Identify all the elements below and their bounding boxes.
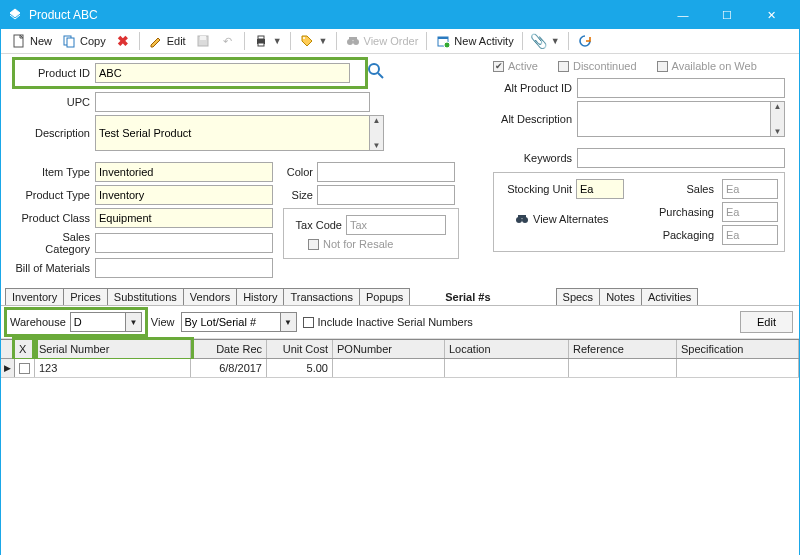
upc-input[interactable] xyxy=(95,92,370,112)
tab-prices[interactable]: Prices xyxy=(63,288,108,305)
not-for-resale-checkbox[interactable]: Not for Resale xyxy=(308,238,393,250)
save-button[interactable] xyxy=(191,31,215,51)
description-scroll[interactable]: ▲▼ xyxy=(370,115,384,151)
table-row[interactable]: ▶ 123 6/8/2017 5.00 xyxy=(1,359,799,378)
form-area: Product ID UPC Description ▲▼ Item Typ xyxy=(1,54,799,283)
view-order-button[interactable]: View Order xyxy=(341,31,423,51)
lookup-button[interactable] xyxy=(367,62,385,82)
view-alternates-button[interactable]: View Alternates xyxy=(510,209,613,229)
tab-popups[interactable]: Popups xyxy=(359,288,410,305)
discontinued-checkbox[interactable]: Discontinued xyxy=(558,60,637,72)
packaging-unit-input[interactable] xyxy=(722,225,778,245)
cell-po[interactable] xyxy=(333,359,445,377)
col-specification[interactable]: Specification xyxy=(677,340,799,358)
stocking-unit-input[interactable] xyxy=(576,179,624,199)
purchasing-unit-label: Purchasing xyxy=(659,206,718,218)
purchasing-unit-input[interactable] xyxy=(722,202,778,222)
window-title: Product ABC xyxy=(29,8,661,22)
print-button[interactable]: ▼ xyxy=(249,31,286,51)
sales-unit-input[interactable] xyxy=(722,179,778,199)
separator xyxy=(290,32,291,50)
view-label: View xyxy=(151,316,175,328)
alt-description-input[interactable] xyxy=(577,101,771,137)
cell-serial[interactable]: 123 xyxy=(35,359,191,377)
close-button[interactable]: ✕ xyxy=(749,1,793,29)
delete-button[interactable]: ✖ xyxy=(111,31,135,51)
warehouse-combo[interactable]: ▼ xyxy=(70,312,142,332)
svg-line-16 xyxy=(378,73,383,78)
include-inactive-checkbox[interactable]: Include Inactive Serial Numbers xyxy=(303,316,473,328)
serials-grid: X Serial Number Date Rec Unit Cost PONum… xyxy=(1,339,799,555)
undo-button[interactable]: ↶ xyxy=(216,31,240,51)
tag-button[interactable]: ▼ xyxy=(295,31,332,51)
maximize-button[interactable]: ☐ xyxy=(705,1,749,29)
delete-icon: ✖ xyxy=(115,33,131,49)
alt-desc-scroll[interactable]: ▲▼ xyxy=(771,101,785,137)
col-x[interactable]: X xyxy=(15,340,35,358)
tax-code-input[interactable] xyxy=(346,215,446,235)
item-type-input[interactable] xyxy=(95,162,273,182)
col-cost[interactable]: Unit Cost xyxy=(267,340,333,358)
product-id-input[interactable] xyxy=(95,63,350,83)
svg-rect-4 xyxy=(200,36,206,40)
tab-serials[interactable]: Serial #s xyxy=(439,289,496,305)
col-serial[interactable]: Serial Number xyxy=(35,340,191,358)
keywords-input[interactable] xyxy=(577,148,785,168)
edit-button[interactable]: Edit xyxy=(144,31,190,51)
separator xyxy=(522,32,523,50)
col-location[interactable]: Location xyxy=(445,340,569,358)
attach-button[interactable]: 📎▼ xyxy=(527,31,564,51)
product-type-input[interactable] xyxy=(95,185,273,205)
product-id-label: Product ID xyxy=(15,67,95,79)
col-po[interactable]: PONumber xyxy=(333,340,445,358)
copy-button[interactable]: Copy xyxy=(57,31,110,51)
size-input[interactable] xyxy=(317,185,455,205)
save-icon xyxy=(195,33,211,49)
description-input[interactable] xyxy=(95,115,370,151)
separator xyxy=(139,32,140,50)
new-button[interactable]: New xyxy=(7,31,56,51)
cell-reference[interactable] xyxy=(569,359,677,377)
sales-category-input[interactable] xyxy=(95,233,273,253)
bom-input[interactable] xyxy=(95,258,273,278)
form-left: Product ID UPC Description ▲▼ Item Typ xyxy=(15,60,475,281)
dropdown-arrow-icon: ▼ xyxy=(551,36,560,46)
color-label: Color xyxy=(283,166,317,178)
cell-cost[interactable]: 5.00 xyxy=(267,359,333,377)
col-date[interactable]: Date Rec xyxy=(191,340,267,358)
edit-serials-button[interactable]: Edit xyxy=(740,311,793,333)
tab-substitutions[interactable]: Substitutions xyxy=(107,288,184,305)
cell-date[interactable]: 6/8/2017 xyxy=(191,359,267,377)
color-input[interactable] xyxy=(317,162,455,182)
tab-notes[interactable]: Notes xyxy=(599,288,642,305)
tab-activities[interactable]: Activities xyxy=(641,288,698,305)
titlebar: Product ABC — ☐ ✕ xyxy=(1,1,799,29)
product-window: Product ABC — ☐ ✕ New Copy ✖ Edit ↶ ▼ ▼ … xyxy=(0,0,800,555)
grid-body[interactable]: ▶ 123 6/8/2017 5.00 xyxy=(1,359,799,555)
tab-transactions[interactable]: Transactions xyxy=(283,288,360,305)
upc-label: UPC xyxy=(15,96,95,108)
svg-rect-11 xyxy=(349,37,357,40)
description-row: Description ▲▼ xyxy=(15,115,475,151)
tab-inventory[interactable]: Inventory xyxy=(5,288,64,305)
available-on-web-checkbox[interactable]: Available on Web xyxy=(657,60,757,72)
row-checkbox[interactable] xyxy=(19,363,30,374)
chevron-down-icon: ▼ xyxy=(280,313,296,331)
product-class-input[interactable] xyxy=(95,208,273,228)
cell-location[interactable] xyxy=(445,359,569,377)
svg-point-14 xyxy=(444,42,450,48)
cell-specification[interactable] xyxy=(677,359,799,377)
refresh-button[interactable] xyxy=(573,31,597,51)
col-reference[interactable]: Reference xyxy=(569,340,677,358)
tab-history[interactable]: History xyxy=(236,288,284,305)
active-checkbox[interactable]: ✔Active xyxy=(493,60,538,72)
view-combo[interactable]: ▼ xyxy=(181,312,297,332)
minimize-button[interactable]: — xyxy=(661,1,705,29)
packaging-unit-label: Packaging xyxy=(659,229,718,241)
new-activity-button[interactable]: New Activity xyxy=(431,31,517,51)
alt-product-id-input[interactable] xyxy=(577,78,785,98)
tab-vendors[interactable]: Vendors xyxy=(183,288,237,305)
tab-specs[interactable]: Specs xyxy=(556,288,601,305)
keywords-label: Keywords xyxy=(493,152,577,164)
row-marker[interactable]: ▶ xyxy=(1,359,15,377)
